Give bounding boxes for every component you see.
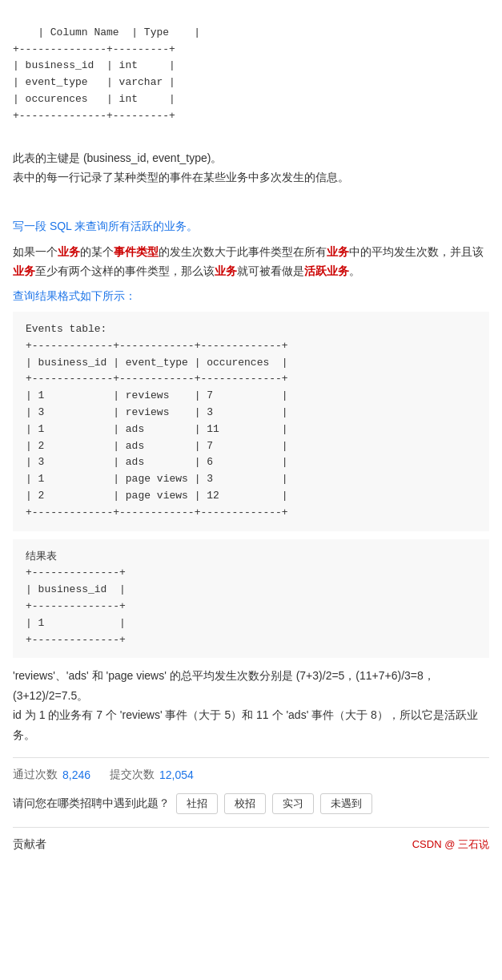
contributors-section: 贡献者 CSDN @ 三石说 (13, 837, 489, 852)
submit-label: 提交次数 (110, 768, 155, 782)
schema-header: | Column Name | Type | (38, 26, 200, 38)
events-table-block: Events table: +-------------+-----------… (13, 312, 489, 531)
result-table-block: 结果表 +--------------+ | business_id | +--… (13, 539, 489, 659)
recruitment-question: 请问您在哪类招聘中遇到此题？ (13, 797, 170, 811)
primary-key-note: 此表的主键是 (business_id, event_type)。 (13, 151, 222, 164)
query-title: 写一段 SQL 来查询所有活跃的业务。 (13, 220, 489, 234)
recruitment-row: 请问您在哪类招聘中遇到此题？ 社招 校招 实习 未遇到 (13, 793, 489, 814)
pass-label: 通过次数 (13, 768, 58, 782)
tag-shixi[interactable]: 实习 (272, 793, 314, 814)
schema-description: 此表的主键是 (business_id, event_type)。 表中的每一行… (13, 149, 489, 188)
result-format-title: 查询结果格式如下所示： (13, 289, 489, 304)
contributors-label: 贡献者 (13, 837, 46, 852)
divider-line2 (13, 827, 489, 828)
explanation-line2: id 为 1 的业务有 7 个 'reviews' 事件（大于 5）和 11 个… (13, 708, 478, 741)
schema-table: | Column Name | Type | +--------------+-… (13, 8, 489, 141)
schema-divider2: +--------------+---------+ (13, 110, 175, 122)
tag-shezao[interactable]: 社招 (176, 793, 218, 814)
csdn-label: CSDN @ 三石说 (412, 837, 489, 852)
tag-weiyudao[interactable]: 未遇到 (320, 793, 372, 814)
tag-xiaozao[interactable]: 校招 (224, 793, 266, 814)
condition-text: 如果一个业务的某个事件类型的发生次数大于此事件类型在所有业务中的平均发生次数，并… (13, 242, 489, 281)
submit-value: 12,054 (159, 768, 194, 781)
row-description: 表中的每一行记录了某种类型的事件在某些业务中多次发生的信息。 (13, 171, 349, 183)
explanation-line1: 'reviews'、'ads' 和 'page views' 的总平均发生次数分… (13, 669, 435, 702)
schema-row3: | occurences | int | (13, 93, 175, 105)
pass-value: 8,246 (62, 768, 90, 781)
schema-row2: | event_type | varchar | (13, 76, 175, 88)
pass-count-item: 通过次数 8,246 (13, 768, 90, 782)
divider-line (13, 757, 489, 758)
stats-row: 通过次数 8,246 提交次数 12,054 (13, 768, 489, 782)
submit-count-item: 提交次数 12,054 (110, 768, 194, 782)
schema-row1: | business_id | int | (13, 59, 175, 71)
schema-divider1: +--------------+---------+ (13, 43, 175, 55)
explanation-block: 'reviews'、'ads' 和 'page views' 的总平均发生次数分… (13, 666, 489, 744)
